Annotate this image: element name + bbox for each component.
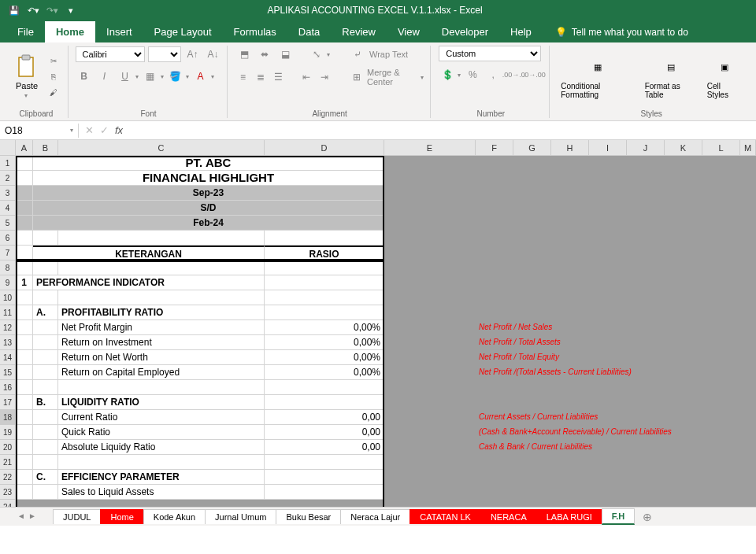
row-header[interactable]: 8 <box>0 260 15 275</box>
row-header[interactable]: 20 <box>0 440 15 455</box>
increase-decimal-icon[interactable]: .00→.0 <box>505 66 522 83</box>
tab-data[interactable]: Data <box>287 21 331 42</box>
paste-button[interactable]: Paste ▾ <box>11 53 43 101</box>
col-header[interactable]: J <box>627 140 665 155</box>
qat-customize-icon[interactable]: ▾ <box>63 2 79 18</box>
row-header[interactable]: 21 <box>0 455 15 470</box>
redo-icon[interactable]: ↷▾ <box>44 2 60 18</box>
align-middle-icon[interactable]: ⬌ <box>256 46 273 63</box>
indent-left-icon[interactable]: ⇤ <box>299 68 314 86</box>
row-header[interactable]: 5 <box>0 216 15 231</box>
sheet-tab[interactable]: Home <box>100 509 143 524</box>
copy-icon[interactable]: ⎘ <box>46 70 61 84</box>
col-header[interactable]: C <box>58 140 265 155</box>
col-header[interactable]: B <box>33 140 58 155</box>
numberformat-select[interactable]: Custom <box>439 46 541 61</box>
tab-formulas[interactable]: Formulas <box>223 21 287 42</box>
col-header[interactable]: H <box>551 140 589 155</box>
decrease-font-icon[interactable]: A↓ <box>205 46 222 63</box>
row-header[interactable]: 12 <box>0 320 15 335</box>
row-header[interactable]: 15 <box>0 365 15 380</box>
fontsize-select[interactable]: 11 <box>148 46 181 62</box>
cancel-icon[interactable]: ✕ <box>85 124 94 136</box>
row-header[interactable]: 16 <box>0 380 15 395</box>
tab-developer[interactable]: Developer <box>431 21 499 42</box>
cell[interactable]: FINANCIAL HIGHLIGHT <box>33 171 384 186</box>
cell-styles-button[interactable]: ▣Cell Styles <box>704 54 745 101</box>
add-sheet-icon[interactable]: ⊕ <box>643 511 652 523</box>
row-header[interactable]: 10 <box>0 290 15 305</box>
fill-color-icon[interactable]: 🪣 <box>167 68 184 85</box>
sheet-tab[interactable]: CATATAN LK <box>410 509 481 524</box>
row-header[interactable]: 14 <box>0 350 15 365</box>
row-header[interactable]: 23 <box>0 485 15 500</box>
align-bottom-icon[interactable]: ⬓ <box>276 46 294 63</box>
row-header[interactable]: 9 <box>0 275 15 290</box>
tab-help[interactable]: Help <box>499 21 543 42</box>
row-header[interactable]: 13 <box>0 335 15 350</box>
save-icon[interactable]: 💾 <box>6 2 22 18</box>
sheet-tab[interactable]: LABA RUGI <box>536 509 602 524</box>
sheet-nav-left-icon[interactable]: ◄ <box>16 512 27 523</box>
merge-icon[interactable]: ⊞ <box>349 68 364 86</box>
cell[interactable]: PT. ABC <box>33 156 384 171</box>
formula-bar[interactable] <box>129 124 756 138</box>
col-header[interactable]: M <box>740 140 756 155</box>
format-painter-icon[interactable]: 🖌 <box>46 86 61 100</box>
row-header[interactable]: 11 <box>0 305 15 320</box>
row-header[interactable]: 17 <box>0 395 15 410</box>
italic-button[interactable]: I <box>96 68 113 85</box>
sheet-tab[interactable]: Kode Akun <box>143 509 206 524</box>
tab-review[interactable]: Review <box>331 21 387 42</box>
format-table-button[interactable]: ▤Format as Table <box>642 54 701 101</box>
align-left-icon[interactable]: ≡ <box>235 68 250 86</box>
undo-icon[interactable]: ↶▾ <box>25 2 41 18</box>
sheet-tab[interactable]: Buku Besar <box>276 509 341 524</box>
row-header[interactable]: 1 <box>0 156 15 171</box>
wrap-icon[interactable]: ⤶ <box>349 46 366 63</box>
cut-icon[interactable]: ✂ <box>46 54 61 68</box>
row-header[interactable]: 19 <box>0 425 15 440</box>
tab-pagelayout[interactable]: Page Layout <box>143 21 223 42</box>
row-header[interactable]: 7 <box>0 246 15 260</box>
col-header[interactable]: K <box>665 140 702 155</box>
currency-icon[interactable]: 💲 <box>439 66 456 83</box>
fx-icon[interactable]: fx <box>115 124 123 136</box>
col-header[interactable]: F <box>476 140 513 155</box>
decrease-decimal-icon[interactable]: .0→.00 <box>525 66 543 83</box>
bold-button[interactable]: B <box>76 68 93 85</box>
font-select[interactable]: Calibri <box>76 46 145 62</box>
comma-icon[interactable]: , <box>484 66 502 83</box>
col-header[interactable]: E <box>384 140 476 155</box>
name-box[interactable]: O18▾ <box>0 124 79 138</box>
tab-home[interactable]: Home <box>45 21 95 42</box>
percent-icon[interactable]: % <box>464 66 481 83</box>
cell[interactable] <box>16 156 33 171</box>
row-header[interactable]: 6 <box>0 231 15 246</box>
row-header[interactable]: 3 <box>0 186 15 201</box>
tab-insert[interactable]: Insert <box>95 21 143 42</box>
sheet-tab-active[interactable]: F.H <box>602 508 636 525</box>
row-header[interactable]: 24 <box>0 500 15 507</box>
align-right-icon[interactable]: ☰ <box>272 68 287 86</box>
col-header[interactable]: A <box>16 140 33 155</box>
increase-font-icon[interactable]: A↑ <box>184 46 202 63</box>
border-icon[interactable]: ▦ <box>142 68 159 85</box>
tab-view[interactable]: View <box>387 21 431 42</box>
tab-file[interactable]: File <box>6 21 45 42</box>
tell-me[interactable]: 💡 Tell me what you want to do <box>550 22 693 42</box>
select-all[interactable] <box>0 140 15 156</box>
orientation-icon[interactable]: ⤡ <box>308 46 325 63</box>
col-header[interactable]: G <box>513 140 551 155</box>
row-header[interactable]: 22 <box>0 470 15 485</box>
underline-button[interactable]: U <box>117 68 134 85</box>
font-color-icon[interactable]: A <box>192 68 209 85</box>
sheet-tab[interactable]: JUDUL <box>53 509 101 524</box>
align-top-icon[interactable]: ⬒ <box>235 46 253 63</box>
col-header[interactable]: L <box>702 140 740 155</box>
indent-right-icon[interactable]: ⇥ <box>317 68 332 86</box>
row-header[interactable]: 4 <box>0 201 15 216</box>
row-header[interactable]: 18 <box>0 410 15 425</box>
sheet-tab[interactable]: NERACA <box>480 509 537 524</box>
row-header[interactable]: 2 <box>0 171 15 186</box>
